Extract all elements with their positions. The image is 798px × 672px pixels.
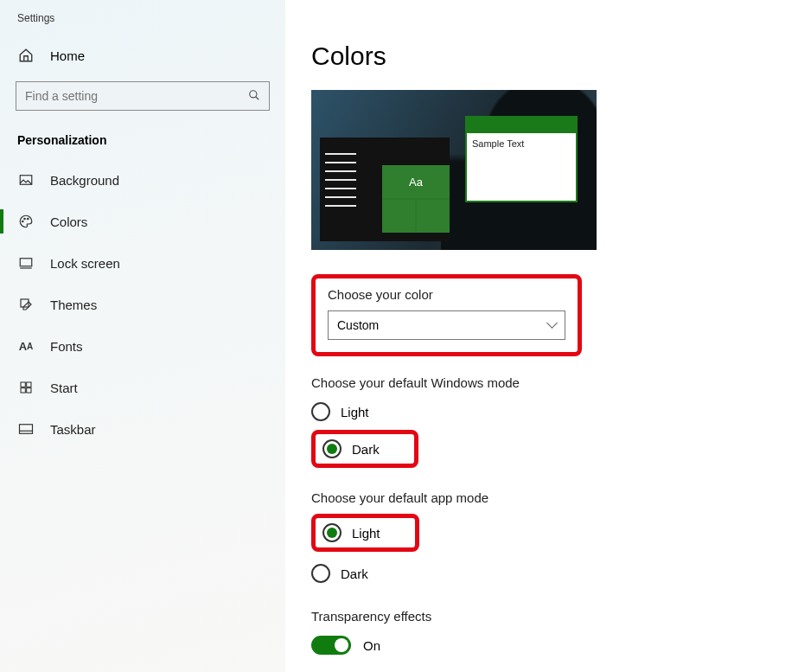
palette-icon bbox=[17, 213, 35, 230]
svg-point-4 bbox=[28, 218, 29, 220]
radio-icon bbox=[322, 439, 342, 458]
search-input[interactable] bbox=[16, 81, 270, 111]
themes-icon bbox=[17, 296, 35, 313]
preview-tiles: Aa bbox=[382, 165, 450, 233]
sidebar-item-fonts[interactable]: AA Fonts bbox=[0, 325, 285, 367]
choose-color-value: Custom bbox=[337, 318, 379, 332]
sidebar-item-background[interactable]: Background bbox=[0, 159, 285, 201]
svg-rect-7 bbox=[21, 382, 25, 387]
svg-rect-10 bbox=[27, 388, 31, 393]
start-icon bbox=[17, 379, 35, 396]
sidebar-item-label: Start bbox=[50, 381, 78, 395]
app-mode-label: Choose your default app mode bbox=[311, 490, 798, 505]
sample-window-text: Sample Text bbox=[467, 133, 576, 154]
search-field[interactable] bbox=[16, 89, 239, 103]
sidebar-item-start[interactable]: Start bbox=[0, 367, 285, 408]
lockscreen-icon bbox=[17, 254, 35, 272]
radio-icon bbox=[311, 564, 330, 583]
svg-rect-5 bbox=[20, 259, 32, 266]
sidebar-item-label: Background bbox=[50, 173, 119, 188]
highlight-app-mode-light: Light bbox=[311, 514, 419, 552]
choose-color-label: Choose your color bbox=[328, 287, 565, 302]
svg-rect-9 bbox=[21, 388, 25, 393]
radio-label: Dark bbox=[341, 566, 368, 581]
chevron-down-icon bbox=[548, 318, 556, 332]
highlight-windows-mode-dark: Dark bbox=[311, 430, 418, 468]
svg-point-2 bbox=[22, 221, 24, 222]
windows-mode-dark-option[interactable]: Dark bbox=[322, 439, 380, 458]
transparency-state: On bbox=[363, 638, 380, 653]
preview-tile-aa: Aa bbox=[382, 165, 450, 198]
fonts-icon: AA bbox=[17, 337, 35, 355]
window-title: Settings bbox=[0, 0, 285, 24]
sidebar-item-label: Fonts bbox=[50, 339, 83, 354]
preview-sample-window: Sample Text bbox=[465, 116, 578, 202]
sidebar-item-colors[interactable]: Colors bbox=[0, 201, 285, 242]
highlight-choose-color: Choose your color Custom bbox=[311, 274, 582, 356]
sidebar: Settings Home Personalization Background… bbox=[0, 0, 285, 672]
search-icon bbox=[239, 89, 269, 104]
section-heading: Personalization bbox=[0, 111, 285, 159]
svg-rect-8 bbox=[27, 382, 31, 387]
choose-color-dropdown[interactable]: Custom bbox=[328, 310, 565, 340]
windows-mode-light-option[interactable]: Light bbox=[311, 402, 798, 421]
image-icon bbox=[17, 171, 35, 189]
radio-label: Light bbox=[352, 526, 380, 541]
app-mode-light-option[interactable]: Light bbox=[322, 523, 380, 542]
sidebar-item-label: Colors bbox=[50, 214, 87, 229]
radio-label: Light bbox=[341, 405, 369, 419]
radio-label: Dark bbox=[352, 442, 380, 457]
home-label: Home bbox=[50, 48, 85, 63]
home-icon bbox=[17, 47, 35, 64]
sidebar-item-label: Themes bbox=[50, 298, 97, 312]
preview-start-menu: Aa bbox=[320, 138, 450, 241]
svg-point-0 bbox=[250, 90, 257, 97]
svg-rect-11 bbox=[20, 425, 33, 434]
sidebar-item-label: Taskbar bbox=[50, 422, 96, 437]
sidebar-nav: Background Colors Lock screen Themes AA … bbox=[0, 159, 285, 450]
main-content: Colors Aa Sample Text Choose your color … bbox=[285, 0, 798, 672]
transparency-label: Transparency effects bbox=[311, 609, 798, 624]
sidebar-item-themes[interactable]: Themes bbox=[0, 284, 285, 325]
radio-icon bbox=[322, 523, 342, 542]
svg-point-3 bbox=[24, 218, 26, 220]
transparency-toggle[interactable] bbox=[311, 636, 351, 655]
radio-icon bbox=[311, 402, 330, 421]
page-title: Colors bbox=[311, 42, 798, 71]
color-preview: Aa Sample Text bbox=[311, 90, 597, 250]
taskbar-icon bbox=[17, 420, 35, 438]
windows-mode-label: Choose your default Windows mode bbox=[311, 375, 798, 390]
sidebar-item-taskbar[interactable]: Taskbar bbox=[0, 408, 285, 450]
app-mode-dark-option[interactable]: Dark bbox=[311, 564, 798, 583]
sidebar-item-lockscreen[interactable]: Lock screen bbox=[0, 242, 285, 284]
home-nav[interactable]: Home bbox=[0, 24, 285, 74]
sidebar-item-label: Lock screen bbox=[50, 256, 120, 271]
